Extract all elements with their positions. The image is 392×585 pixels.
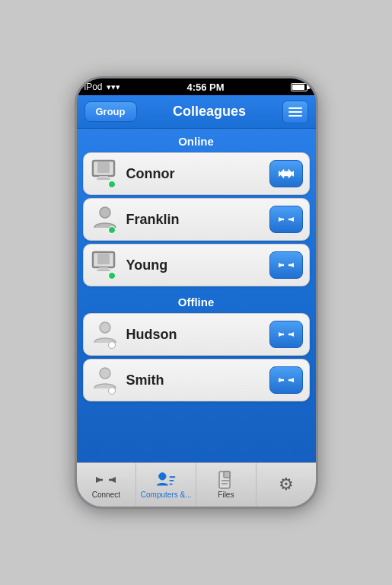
svg-point-15 (100, 322, 110, 333)
gear-icon: ⚙ (279, 475, 294, 494)
online-dot (108, 226, 116, 234)
svg-point-23 (159, 473, 166, 480)
computers-tab-icon (155, 471, 177, 489)
hamburger-line-2 (288, 111, 302, 113)
connect-button[interactable] (269, 206, 303, 233)
tab-settings[interactable]: ⚙ (257, 463, 316, 507)
item-icon-wrap (91, 366, 123, 395)
gear-tab-icon: ⚙ (276, 475, 297, 494)
item-icon-wrap (91, 159, 123, 188)
arrows-icon (278, 259, 295, 271)
status-bar: iPod ▾▾▾ 4:56 PM (77, 78, 316, 95)
battery-icon (291, 83, 308, 91)
arrows-icon (278, 328, 295, 340)
svg-marker-14 (289, 263, 294, 267)
files-tab-icon (215, 471, 237, 489)
tab-computers[interactable]: Computers &... (136, 463, 196, 507)
device-label: iPod (84, 82, 103, 92)
connect-button[interactable] (269, 321, 303, 348)
online-list: Connor (77, 152, 316, 289)
tab-files-label: Files (218, 491, 234, 499)
arrows-icon (278, 374, 295, 386)
item-name: Connor (126, 166, 269, 182)
svg-marker-7 (279, 217, 283, 222)
svg-rect-2 (99, 176, 108, 178)
svg-marker-17 (289, 332, 294, 337)
hamburger-line-1 (288, 107, 302, 109)
svg-point-6 (100, 207, 110, 218)
svg-marker-16 (279, 332, 283, 337)
svg-rect-28 (224, 472, 230, 478)
svg-rect-11 (99, 267, 108, 270)
connect-button[interactable] (269, 251, 303, 279)
tab-connect[interactable]: Connect (77, 463, 137, 507)
computer-icon (91, 159, 119, 184)
tab-bar: Connect Computers &... (77, 462, 316, 507)
svg-marker-19 (279, 378, 283, 382)
status-right (291, 83, 308, 91)
item-icon-wrap (91, 320, 123, 349)
person-icon (91, 366, 119, 390)
phone-frame: iPod ▾▾▾ 4:56 PM Group Colleagues Online (75, 76, 318, 509)
offline-list: Hudson Smith (77, 313, 316, 404)
tab-computers-label: Computers &... (141, 491, 192, 499)
item-icon-wrap (91, 251, 123, 280)
svg-marker-22 (110, 477, 116, 483)
connect-tab-icon (95, 471, 116, 489)
battery-fill (292, 85, 304, 90)
list-item[interactable]: Smith (83, 359, 310, 401)
svg-marker-13 (279, 263, 283, 267)
online-dot (108, 181, 116, 188)
arrows-icon (278, 213, 295, 225)
nav-bar: Group Colleagues (77, 95, 316, 129)
list-item[interactable]: Connor (83, 152, 310, 195)
online-section-header: Online (77, 129, 316, 152)
menu-button[interactable] (282, 101, 308, 123)
list-item[interactable]: Young (83, 244, 310, 286)
person-icon (91, 205, 119, 229)
online-dot (108, 272, 116, 280)
item-icon-wrap (91, 205, 123, 234)
svg-marker-21 (96, 477, 102, 483)
connect-button[interactable] (269, 366, 303, 394)
group-button[interactable]: Group (84, 101, 137, 122)
computer-icon (91, 251, 119, 275)
wifi-icon: ▾▾▾ (107, 82, 120, 92)
item-name: Smith (126, 372, 269, 388)
status-left: iPod ▾▾▾ (84, 82, 120, 92)
item-name: Young (126, 257, 269, 273)
item-name: Hudson (126, 327, 269, 343)
svg-point-18 (100, 368, 110, 379)
person-icon (91, 320, 119, 344)
svg-marker-8 (289, 217, 294, 222)
tab-connect-label: Connect (92, 491, 120, 499)
svg-rect-10 (97, 254, 110, 264)
list-item[interactable]: Franklin (83, 198, 310, 241)
svg-marker-20 (289, 378, 294, 382)
svg-rect-3 (97, 178, 110, 180)
hamburger-line-3 (288, 115, 302, 117)
arrows-icon (278, 168, 295, 180)
item-name: Franklin (126, 212, 269, 228)
offline-dot (108, 387, 116, 395)
connect-button[interactable] (269, 160, 303, 187)
main-content: Online Connor (77, 129, 316, 462)
offline-section-header: Offline (77, 289, 316, 313)
status-time: 4:56 PM (186, 82, 224, 93)
offline-dot (108, 341, 116, 349)
nav-title: Colleagues (173, 104, 246, 120)
list-item[interactable]: Hudson (83, 313, 310, 356)
tab-files[interactable]: Files (196, 463, 257, 507)
svg-rect-1 (97, 162, 110, 173)
svg-rect-12 (97, 270, 110, 271)
